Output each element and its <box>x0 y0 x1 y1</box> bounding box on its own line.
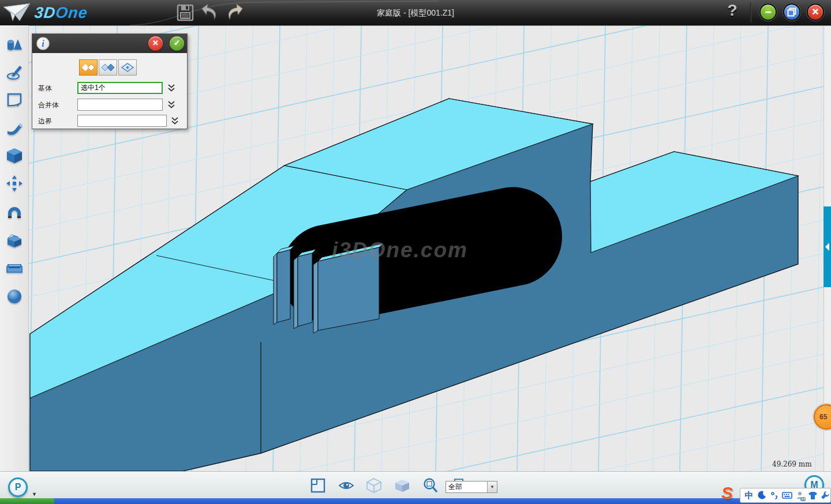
expand-chevron-icon[interactable] <box>167 84 175 92</box>
view-plane-icon[interactable] <box>310 477 326 494</box>
os-taskbar-edge[interactable] <box>0 498 831 504</box>
info-icon: i <box>36 37 50 50</box>
expand-chevron-icon[interactable] <box>167 100 175 109</box>
visibility-eye-icon[interactable] <box>338 477 354 494</box>
expand-chevron-icon[interactable] <box>171 116 179 125</box>
settings-wrench-icon[interactable] <box>820 490 830 501</box>
night-mode-icon[interactable] <box>757 490 767 501</box>
filter-dropdown[interactable]: 全部 ▼ <box>446 481 497 493</box>
dialog-header: i ✕ ✓ <box>32 34 187 53</box>
surface-sheet-icon[interactable] <box>6 91 23 108</box>
sketch-icon[interactable] <box>6 63 23 81</box>
title-bar: 3DOne 家庭版 - [模型001.Z1] ? − ✕ <box>0 0 831 25</box>
zoom-lens-icon[interactable] <box>422 477 439 494</box>
field-label: 边界 <box>38 116 52 126</box>
user-badge: 14 <box>800 497 806 501</box>
boundary-input[interactable] <box>77 115 167 127</box>
restore-button[interactable] <box>783 3 800 21</box>
boolean-base-icon[interactable] <box>79 59 98 76</box>
filter-value: 全部 <box>446 482 487 492</box>
skin-icon[interactable] <box>807 490 818 501</box>
field-label: 合并体 <box>38 100 59 110</box>
wireframe-view-icon[interactable] <box>366 477 382 494</box>
profile-badge[interactable]: P <box>8 477 28 497</box>
profile-caret-icon[interactable]: ▼ <box>32 491 37 497</box>
paper-plane-icon <box>2 1 32 24</box>
chinese-mode[interactable]: 中 <box>744 490 754 501</box>
render-sphere-icon[interactable] <box>6 288 23 305</box>
save-icon[interactable] <box>176 3 194 22</box>
primitive-solids-icon[interactable] <box>6 36 23 53</box>
chevron-left-icon <box>824 242 830 251</box>
field-row-boundary: 边界 <box>38 115 182 127</box>
ime-toolbar: 中 14 <box>740 488 831 503</box>
minimize-button[interactable]: − <box>759 3 777 21</box>
fin-3[interactable] <box>313 243 383 333</box>
confirm-icon[interactable]: ✓ <box>170 36 184 51</box>
boolean-dialog: i ✕ ✓ 基体 合并体 <box>32 33 188 129</box>
move-icon[interactable] <box>6 175 23 192</box>
punctuation-icon[interactable] <box>769 490 780 501</box>
panel-expand-tab[interactable] <box>823 206 831 287</box>
magnet-icon[interactable] <box>6 203 23 220</box>
merge-input[interactable] <box>77 99 163 111</box>
3d-viewport[interactable]: i3DOne.com 49.269 mm 65 i ✕ ✓ 基体 <box>29 25 831 471</box>
view-toolbar: 全部 ▼ <box>0 471 831 498</box>
sogou-logo[interactable]: S <box>721 483 733 503</box>
titlebar-separator <box>750 3 751 22</box>
chevron-down-icon[interactable]: ▼ <box>487 482 497 492</box>
logo-text: 3DOne <box>33 4 88 22</box>
tool-sidebar <box>0 25 29 471</box>
feature-cube-icon[interactable] <box>6 147 23 164</box>
boolean-mode-buttons <box>79 59 138 76</box>
base-input[interactable] <box>77 82 163 94</box>
soft-keyboard-icon[interactable] <box>782 490 792 501</box>
shaded-view-icon[interactable] <box>394 477 410 494</box>
boolean-add-icon[interactable] <box>99 59 117 76</box>
redo-icon[interactable] <box>225 3 244 22</box>
help-icon[interactable]: ? <box>723 1 742 23</box>
start-button-edge[interactable] <box>0 498 54 504</box>
field-row-merge: 合并体 <box>38 99 182 111</box>
undo-icon[interactable] <box>201 3 219 22</box>
sweep-icon[interactable] <box>6 119 23 137</box>
field-label: 基体 <box>38 84 52 93</box>
measure-icon[interactable] <box>6 259 23 277</box>
close-button[interactable]: ✕ <box>807 3 824 21</box>
user-icon[interactable]: 14 <box>795 490 805 501</box>
assembly-box-icon[interactable] <box>6 231 23 249</box>
boolean-subtract-icon[interactable] <box>118 59 137 76</box>
field-row-base: 基体 <box>38 82 182 94</box>
restore-icon <box>787 7 796 17</box>
cancel-icon[interactable]: ✕ <box>148 36 163 51</box>
app-logo: 3DOne <box>2 1 88 24</box>
